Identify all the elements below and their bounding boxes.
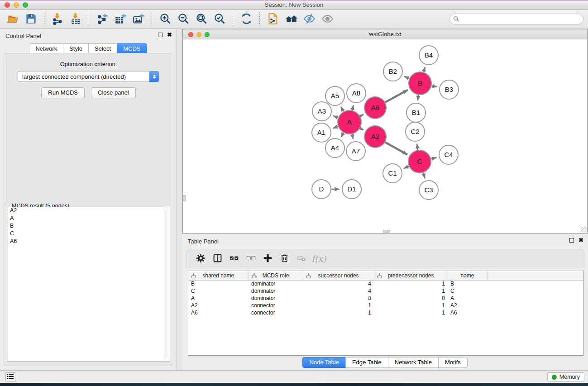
edge-C-C1[interactable] bbox=[404, 166, 409, 168]
open-ndex-button[interactable] bbox=[264, 12, 282, 27]
export-network-button[interactable] bbox=[93, 12, 111, 27]
vertical-scroll-thumb[interactable] bbox=[183, 195, 186, 201]
cell-name[interactable]: A2 bbox=[448, 302, 487, 309]
table-row[interactable]: A2connector11A2 bbox=[188, 302, 583, 309]
tab-network-table[interactable]: Network Table bbox=[388, 357, 439, 368]
cell-predecessor-nodes[interactable]: 1 bbox=[374, 302, 448, 309]
edge-B-B3[interactable] bbox=[431, 86, 437, 87]
close-panel-button[interactable]: Close panel bbox=[91, 87, 136, 98]
edge-B-B4[interactable] bbox=[424, 67, 425, 72]
edge-A-A8[interactable] bbox=[352, 105, 354, 110]
column-header-shared-name[interactable]: shared name bbox=[188, 271, 249, 280]
cell-shared-name[interactable]: B bbox=[188, 280, 249, 287]
cell-predecessor-nodes[interactable]: 1 bbox=[374, 280, 448, 287]
cell-predecessor-nodes[interactable]: 1 bbox=[374, 287, 448, 295]
node-A4[interactable]: A4 bbox=[325, 138, 344, 157]
result-item[interactable]: B bbox=[8, 222, 169, 230]
deselect-all-button[interactable] bbox=[243, 252, 259, 266]
float-panel-icon[interactable] bbox=[158, 33, 163, 37]
edge-A2-C[interactable] bbox=[385, 142, 407, 155]
cell-predecessor-nodes[interactable]: 1 bbox=[374, 309, 448, 316]
node-A2[interactable]: A2 bbox=[364, 126, 386, 148]
home-button[interactable] bbox=[282, 12, 300, 27]
select-all-button[interactable] bbox=[226, 252, 243, 266]
cell-MCDS-role[interactable]: dominator bbox=[249, 287, 303, 295]
node-B2[interactable]: B2 bbox=[383, 62, 402, 81]
node-C3[interactable]: C3 bbox=[419, 181, 438, 200]
cell-successor-nodes[interactable]: 1 bbox=[303, 309, 374, 316]
edge-A6-B[interactable] bbox=[385, 90, 408, 102]
open-session-button[interactable] bbox=[4, 12, 22, 27]
table-options-button[interactable] bbox=[192, 252, 209, 266]
column-header-MCDS-role[interactable]: MCDS role bbox=[249, 271, 303, 280]
node-D[interactable]: D bbox=[312, 180, 331, 199]
tab-edge-table[interactable]: Edge Table bbox=[345, 357, 388, 368]
cell-successor-nodes[interactable]: 8 bbox=[303, 295, 374, 302]
edge-A-A1[interactable] bbox=[333, 126, 338, 128]
export-image-button[interactable] bbox=[129, 12, 148, 27]
cell-MCDS-role[interactable]: dominator bbox=[249, 295, 303, 302]
delete-column-button[interactable] bbox=[276, 252, 293, 266]
node-C4[interactable]: C4 bbox=[439, 145, 458, 164]
edge-C-C3[interactable] bbox=[423, 173, 425, 178]
cell-shared-name[interactable]: A6 bbox=[188, 309, 249, 316]
cell-MCDS-role[interactable]: dominator bbox=[249, 280, 303, 287]
node-A[interactable]: A bbox=[338, 110, 361, 134]
horizontal-scroll-thumb[interactable] bbox=[383, 230, 390, 233]
add-column-button[interactable] bbox=[259, 252, 276, 266]
node-A8[interactable]: A8 bbox=[347, 84, 366, 103]
apply-layout-button[interactable] bbox=[237, 12, 255, 27]
window-resize-grip[interactable] bbox=[581, 227, 587, 233]
network-window-titlebar[interactable]: testGlobe.txt bbox=[183, 29, 587, 39]
cell-name[interactable]: A bbox=[448, 295, 487, 302]
edge-A-A3[interactable] bbox=[333, 116, 338, 118]
tab-node-table[interactable]: Node Table bbox=[302, 357, 346, 368]
cell-successor-nodes[interactable]: 4 bbox=[303, 280, 374, 287]
node-D1[interactable]: D1 bbox=[342, 180, 361, 199]
node-B1[interactable]: B1 bbox=[406, 103, 425, 122]
cell-successor-nodes[interactable]: 4 bbox=[303, 287, 374, 295]
edge-A-A6[interactable] bbox=[360, 114, 363, 116]
node-A3[interactable]: A3 bbox=[312, 102, 331, 121]
delete-table-button-disabled[interactable] bbox=[293, 252, 310, 266]
import-network-button[interactable] bbox=[48, 12, 67, 27]
column-header-name[interactable]: name bbox=[448, 271, 487, 280]
cell-shared-name[interactable]: A bbox=[188, 295, 249, 302]
close-panel-icon[interactable]: ✖ bbox=[167, 33, 172, 37]
search-input[interactable] bbox=[449, 14, 583, 24]
edge-A-A7[interactable] bbox=[352, 134, 353, 139]
column-header-successor-nodes[interactable]: successor nodes bbox=[303, 271, 374, 280]
export-table-button[interactable] bbox=[111, 12, 129, 27]
node-C2[interactable]: C2 bbox=[406, 122, 425, 141]
node-C[interactable]: C bbox=[408, 150, 431, 173]
hide-graphics-details-button[interactable] bbox=[300, 12, 318, 27]
result-scrollbar[interactable] bbox=[164, 206, 170, 361]
edge-B-B2[interactable] bbox=[404, 76, 409, 79]
run-mcds-button[interactable]: Run MCDS bbox=[41, 87, 85, 98]
cell-successor-nodes[interactable]: 1 bbox=[303, 302, 374, 309]
node-B3[interactable]: B3 bbox=[440, 80, 459, 99]
result-item[interactable]: A2 bbox=[8, 207, 169, 214]
float-table-panel-icon[interactable] bbox=[569, 238, 574, 243]
cell-predecessor-nodes[interactable]: 0 bbox=[374, 295, 448, 302]
network-canvas[interactable]: ABCA6A2A1A3A4A5A7A8B1B2B3B4C1C2C3C4DD1 bbox=[183, 39, 587, 233]
zoom-out-button[interactable] bbox=[174, 12, 192, 27]
node-A1[interactable]: A1 bbox=[312, 123, 331, 142]
function-builder-label[interactable]: f(x) bbox=[310, 254, 326, 264]
cell-MCDS-role[interactable]: connector bbox=[249, 309, 303, 316]
cell-name[interactable]: C bbox=[448, 287, 487, 295]
edge-B-B1[interactable] bbox=[418, 95, 419, 101]
cell-name[interactable]: B bbox=[448, 280, 487, 287]
edge-C-C4[interactable] bbox=[431, 157, 436, 159]
close-table-panel-icon[interactable]: ✖ bbox=[578, 238, 583, 243]
task-history-button[interactable] bbox=[5, 372, 15, 381]
node-C1[interactable]: C1 bbox=[383, 164, 402, 183]
table-row[interactable]: Adominator80A bbox=[188, 295, 583, 302]
column-header-predecessor-nodes[interactable]: predecessor nodes bbox=[374, 271, 448, 280]
zoom-in-button[interactable] bbox=[156, 12, 174, 27]
zoom-fit-button[interactable] bbox=[192, 12, 210, 27]
import-table-button[interactable] bbox=[67, 12, 85, 27]
table-row[interactable]: Cdominator41C bbox=[188, 287, 583, 295]
table-row[interactable]: A6connector11A6 bbox=[188, 309, 583, 316]
edge-C-C2[interactable] bbox=[417, 144, 418, 150]
